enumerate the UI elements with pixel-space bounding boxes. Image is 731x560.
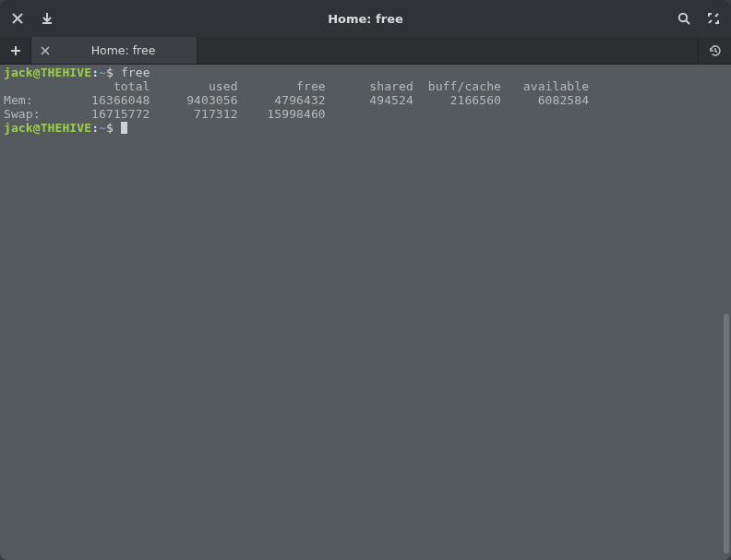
free-output: total used free shared buff/cache availa… xyxy=(4,79,589,121)
close-tab-icon[interactable] xyxy=(39,44,52,57)
prompt-line-1: jack@THEHIVE:~$ free xyxy=(4,66,150,79)
prompt-dollar: $ xyxy=(106,66,114,79)
tabbar-filler xyxy=(198,37,698,64)
cursor xyxy=(121,122,127,134)
tab-label: Home: free xyxy=(61,43,186,57)
prompt-dollar: $ xyxy=(106,121,114,135)
close-window-icon[interactable] xyxy=(9,10,26,27)
tab-bar: Home: free xyxy=(0,37,731,65)
prompt-path: ~ xyxy=(99,121,106,135)
terminal-window: Home: free Home: free jack@THEHIVE:~$ fr… xyxy=(0,0,731,560)
tab-home-free[interactable]: Home: free xyxy=(31,37,198,64)
prompt-user: jack@THEHIVE xyxy=(4,121,91,135)
prompt-line-2: jack@THEHIVE:~$ xyxy=(4,121,127,135)
window-title: Home: free xyxy=(68,12,663,26)
terminal-area[interactable]: jack@THEHIVE:~$ free total used free sha… xyxy=(0,65,731,560)
history-icon[interactable] xyxy=(698,37,731,64)
prompt-path: ~ xyxy=(99,66,106,79)
command-text: free xyxy=(114,66,150,79)
titlebar: Home: free xyxy=(0,0,731,37)
scrollbar[interactable] xyxy=(724,314,729,554)
new-tab-button[interactable] xyxy=(0,37,31,64)
prompt-user: jack@THEHIVE xyxy=(4,66,91,79)
download-icon[interactable] xyxy=(39,10,55,27)
prompt-sep: : xyxy=(91,121,99,135)
prompt-sep: : xyxy=(91,66,99,79)
fullscreen-icon[interactable] xyxy=(705,10,722,27)
svg-point-0 xyxy=(679,14,687,21)
search-icon[interactable] xyxy=(676,10,692,27)
